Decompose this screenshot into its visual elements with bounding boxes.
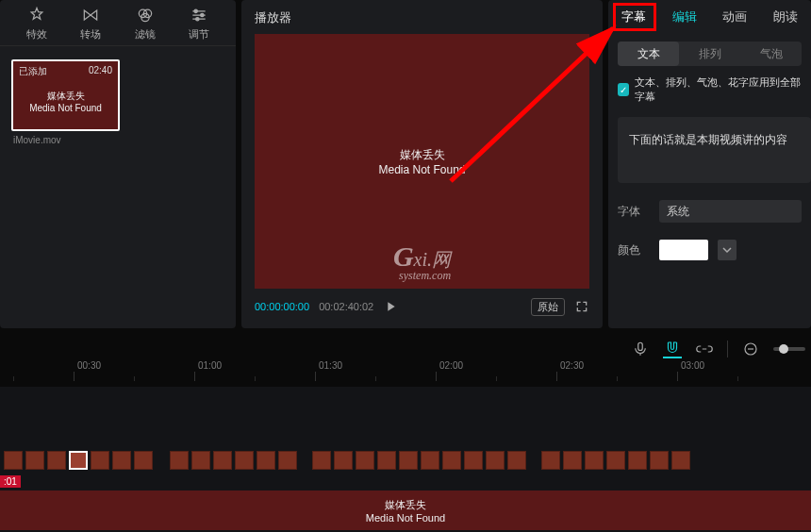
subtitle-clip-strip[interactable] [0, 451, 811, 470]
tool-transition-label: 转场 [80, 27, 101, 42]
subtitle-clip[interactable] [671, 451, 690, 470]
subtitle-clip[interactable] [235, 451, 254, 470]
subtitle-clip[interactable] [606, 451, 625, 470]
ruler-tick [677, 372, 737, 381]
apply-all-checkbox[interactable]: ✓ [618, 83, 629, 96]
tab-subtitle[interactable]: 字幕 [608, 8, 659, 25]
video-preview[interactable]: 媒体丢失 Media Not Found Gxi.网 system.com [255, 34, 589, 289]
tool-effects[interactable]: 特效 [9, 6, 64, 42]
player-controls: 00:00:00:00 00:02:40:02 原始 [255, 289, 589, 319]
timecode-current: 00:00:00:00 [255, 301, 309, 312]
timeline-tracks: :01 媒体丢失 Media Not Found [0, 387, 811, 532]
subtitle-clip[interactable] [25, 451, 44, 470]
timeline-ruler[interactable] [0, 362, 811, 381]
color-row: 颜色 [618, 240, 802, 260]
subtitle-clip[interactable] [47, 451, 66, 470]
video-track-clip[interactable]: 媒体丢失 Media Not Found [0, 490, 811, 530]
svg-point-6 [196, 18, 199, 21]
color-dropdown[interactable] [718, 240, 737, 260]
apply-all-row[interactable]: ✓ 文本、排列、气泡、花字应用到全部字幕 [618, 75, 802, 104]
subtitle-clip[interactable] [213, 451, 232, 470]
subtitle-clip[interactable] [421, 451, 439, 470]
player-panel: 播放器 媒体丢失 Media Not Found Gxi.网 system.co… [241, 0, 603, 328]
inspector-panel: 字幕 编辑 动画 朗读 文本 排列 气泡 ✓ 文本、排列、气泡、花字应用到全部字… [608, 0, 811, 328]
subtitle-clip[interactable] [278, 451, 297, 470]
link-icon[interactable] [695, 340, 714, 358]
font-value: 系统 [667, 204, 689, 220]
subtitle-clip[interactable] [356, 451, 374, 470]
ruler-tick [315, 372, 375, 381]
timecode-total: 00:02:40:02 [319, 301, 373, 312]
subtitle-textarea[interactable]: 下面的话就是本期视频讲的内容 [618, 117, 811, 183]
subtitle-clip[interactable] [257, 451, 275, 470]
subtitle-clip[interactable] [91, 451, 109, 470]
subtab-arrange[interactable]: 排列 [679, 46, 740, 62]
tool-adjust[interactable]: 调节 [173, 6, 227, 42]
tool-effects-label: 特效 [26, 27, 47, 42]
color-swatch[interactable] [659, 240, 708, 260]
subtitle-clip[interactable] [134, 451, 153, 470]
media-badge: 已添加 [19, 65, 47, 78]
subtitle-clip[interactable] [507, 451, 526, 470]
inspector-subtabs: 文本 排列 气泡 [618, 42, 802, 66]
subtitle-clip[interactable] [541, 451, 560, 470]
subtab-bubble[interactable]: 气泡 [740, 46, 802, 62]
zoom-slider[interactable] [773, 347, 805, 351]
media-thumbnail[interactable]: 已添加 02:40 媒体丢失 Media Not Found [11, 59, 120, 131]
media-panel: 特效 转场 滤镜 调节 已添加 02:40 媒体丢失 Media Not [0, 0, 236, 328]
subtitle-clip-selected[interactable] [69, 451, 88, 470]
original-ratio-button[interactable]: 原始 [531, 298, 565, 316]
track-missing-en: Media Not Found [366, 512, 445, 524]
subtab-text[interactable]: 文本 [618, 42, 679, 66]
fullscreen-icon[interactable] [574, 299, 589, 314]
svg-rect-7 [638, 342, 643, 350]
watermark: Gxi.网 system.com [393, 241, 451, 283]
subtitle-clip[interactable] [112, 451, 131, 470]
playhead-time-tag: :01 [0, 475, 21, 488]
svg-point-5 [201, 13, 204, 16]
ruler-tick [556, 372, 617, 381]
tool-transition[interactable]: 转场 [64, 6, 119, 42]
subtitle-clip[interactable] [334, 451, 353, 470]
svg-point-4 [194, 9, 197, 12]
subtitle-clip[interactable] [170, 451, 189, 470]
media-filename: iMovie.mov [13, 135, 236, 145]
apply-all-label: 文本、排列、气泡、花字应用到全部字幕 [635, 75, 802, 104]
subtitle-clip[interactable] [399, 451, 418, 470]
subtitle-clip[interactable] [628, 451, 647, 470]
subtitle-clip[interactable] [442, 451, 461, 470]
ruler-tick [74, 372, 134, 381]
tool-filter[interactable]: 滤镜 [118, 6, 173, 42]
subtitle-clip[interactable] [563, 451, 582, 470]
ruler-tick [436, 372, 496, 381]
subtitle-clip[interactable] [464, 451, 483, 470]
tool-adjust-label: 调节 [189, 27, 209, 42]
preview-missing-en: Media Not Found [378, 163, 465, 176]
color-label: 颜色 [618, 242, 650, 258]
ruler-tick [194, 372, 255, 381]
tab-read[interactable]: 朗读 [760, 8, 811, 25]
subtitle-clip[interactable] [191, 451, 210, 470]
media-missing-cn: 媒体丢失 [47, 90, 85, 102]
subtitle-clip[interactable] [486, 451, 505, 470]
timeline-toolbar [631, 340, 805, 358]
subtitle-clip[interactable] [585, 451, 604, 470]
inspector-tabs: 字幕 编辑 动画 朗读 [608, 0, 811, 34]
player-title: 播放器 [255, 9, 589, 26]
magnet-icon[interactable] [663, 340, 682, 358]
tab-edit[interactable]: 编辑 [659, 8, 710, 25]
mic-icon[interactable] [631, 340, 650, 358]
subtitle-clip[interactable] [650, 451, 669, 470]
subtitle-clip[interactable] [4, 451, 23, 470]
subtitle-clip[interactable] [377, 451, 396, 470]
tool-filter-label: 滤镜 [135, 27, 156, 42]
play-button[interactable] [383, 299, 398, 314]
media-missing-en: Media Not Found [29, 102, 102, 114]
font-select[interactable]: 系统 [659, 200, 802, 223]
zoom-out-icon[interactable] [741, 340, 760, 358]
subtitle-clip[interactable] [312, 451, 331, 470]
tab-animate[interactable]: 动画 [710, 8, 761, 25]
separator [727, 341, 728, 357]
preview-missing-cn: 媒体丢失 [400, 147, 445, 163]
tool-icon-row: 特效 转场 滤镜 调节 [0, 0, 236, 46]
